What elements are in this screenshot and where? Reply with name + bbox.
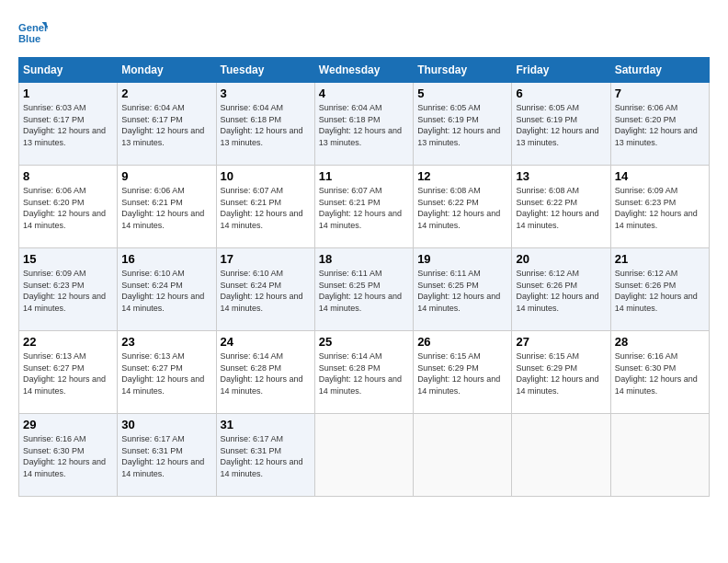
day-number: 14 [615,169,705,183]
day-info: Sunrise: 6:06 AM Sunset: 6:21 PM Dayligh… [121,185,211,231]
calendar-week-4: 22 Sunrise: 6:13 AM Sunset: 6:27 PM Dayl… [19,331,710,414]
logo: General Blue [18,18,48,48]
day-info: Sunrise: 6:09 AM Sunset: 6:23 PM Dayligh… [615,185,705,231]
calendar-cell: 28 Sunrise: 6:16 AM Sunset: 6:30 PM Dayl… [610,331,709,414]
column-header-monday: Monday [118,58,216,83]
day-number: 2 [121,86,211,100]
calendar-week-5: 29 Sunrise: 6:16 AM Sunset: 6:30 PM Dayl… [19,414,710,497]
calendar-cell: 11 Sunrise: 6:07 AM Sunset: 6:21 PM Dayl… [314,166,413,248]
calendar-cell: 14 Sunrise: 6:09 AM Sunset: 6:23 PM Dayl… [610,166,709,248]
column-header-friday: Friday [512,58,610,83]
calendar-cell: 17 Sunrise: 6:10 AM Sunset: 6:24 PM Dayl… [216,248,314,331]
day-number: 16 [121,252,211,266]
day-info: Sunrise: 6:11 AM Sunset: 6:25 PM Dayligh… [417,268,507,314]
calendar-cell: 10 Sunrise: 6:07 AM Sunset: 6:21 PM Dayl… [216,166,314,248]
column-header-sunday: Sunday [19,58,118,83]
column-header-saturday: Saturday [610,58,709,83]
column-header-wednesday: Wednesday [314,58,413,83]
calendar-cell: 8 Sunrise: 6:06 AM Sunset: 6:20 PM Dayli… [19,166,118,248]
day-number: 28 [615,335,705,349]
calendar-cell: 22 Sunrise: 6:13 AM Sunset: 6:27 PM Dayl… [19,331,118,414]
day-number: 27 [516,335,606,349]
day-info: Sunrise: 6:13 AM Sunset: 6:27 PM Dayligh… [121,350,211,396]
column-header-tuesday: Tuesday [216,58,314,83]
day-number: 12 [417,169,507,183]
day-info: Sunrise: 6:12 AM Sunset: 6:26 PM Dayligh… [615,268,705,314]
day-number: 7 [615,86,705,100]
day-info: Sunrise: 6:08 AM Sunset: 6:22 PM Dayligh… [516,185,606,231]
day-info: Sunrise: 6:13 AM Sunset: 6:27 PM Dayligh… [23,350,113,396]
day-number: 18 [319,252,409,266]
day-info: Sunrise: 6:17 AM Sunset: 6:31 PM Dayligh… [221,433,311,479]
calendar-cell: 13 Sunrise: 6:08 AM Sunset: 6:22 PM Dayl… [512,166,610,248]
calendar-cell: 16 Sunrise: 6:10 AM Sunset: 6:24 PM Dayl… [118,248,216,331]
calendar-cell: 5 Sunrise: 6:05 AM Sunset: 6:19 PM Dayli… [414,83,512,166]
day-info: Sunrise: 6:06 AM Sunset: 6:20 PM Dayligh… [23,185,113,231]
day-number: 23 [121,335,211,349]
calendar-cell: 4 Sunrise: 6:04 AM Sunset: 6:18 PM Dayli… [314,83,413,166]
calendar-cell [512,414,610,497]
day-number: 10 [221,169,311,183]
calendar-cell: 30 Sunrise: 6:17 AM Sunset: 6:31 PM Dayl… [118,414,216,497]
day-info: Sunrise: 6:04 AM Sunset: 6:18 PM Dayligh… [319,102,409,148]
day-number: 8 [23,169,113,183]
calendar-cell [314,414,413,497]
day-info: Sunrise: 6:12 AM Sunset: 6:26 PM Dayligh… [516,268,606,314]
day-info: Sunrise: 6:09 AM Sunset: 6:23 PM Dayligh… [23,268,113,314]
day-number: 13 [516,169,606,183]
day-number: 1 [23,86,113,100]
calendar-cell [610,414,709,497]
day-number: 31 [221,418,311,431]
calendar-cell: 19 Sunrise: 6:11 AM Sunset: 6:25 PM Dayl… [414,248,512,331]
calendar-cell: 26 Sunrise: 6:15 AM Sunset: 6:29 PM Dayl… [414,331,512,414]
day-number: 17 [221,252,311,266]
calendar-cell: 27 Sunrise: 6:15 AM Sunset: 6:29 PM Dayl… [512,331,610,414]
calendar-cell: 3 Sunrise: 6:04 AM Sunset: 6:18 PM Dayli… [216,83,314,166]
day-info: Sunrise: 6:15 AM Sunset: 6:29 PM Dayligh… [516,350,606,396]
day-number: 29 [23,418,113,431]
calendar-cell: 15 Sunrise: 6:09 AM Sunset: 6:23 PM Dayl… [19,248,118,331]
day-number: 4 [319,86,409,100]
day-number: 6 [516,86,606,100]
day-number: 11 [319,169,409,183]
day-number: 26 [417,335,507,349]
day-number: 22 [23,335,113,349]
svg-text:General: General [18,22,48,33]
calendar-cell: 29 Sunrise: 6:16 AM Sunset: 6:30 PM Dayl… [19,414,118,497]
day-number: 3 [221,86,311,100]
day-info: Sunrise: 6:15 AM Sunset: 6:29 PM Dayligh… [417,350,507,396]
day-info: Sunrise: 6:06 AM Sunset: 6:20 PM Dayligh… [615,102,705,148]
calendar-cell: 2 Sunrise: 6:04 AM Sunset: 6:17 PM Dayli… [118,83,216,166]
day-info: Sunrise: 6:07 AM Sunset: 6:21 PM Dayligh… [319,185,409,231]
calendar-cell: 20 Sunrise: 6:12 AM Sunset: 6:26 PM Dayl… [512,248,610,331]
day-number: 24 [221,335,311,349]
calendar-week-2: 8 Sunrise: 6:06 AM Sunset: 6:20 PM Dayli… [19,166,710,248]
calendar-cell [414,414,512,497]
day-info: Sunrise: 6:17 AM Sunset: 6:31 PM Dayligh… [121,433,211,479]
day-number: 5 [417,86,507,100]
page-header: General Blue [18,18,710,48]
day-info: Sunrise: 6:08 AM Sunset: 6:22 PM Dayligh… [417,185,507,231]
day-info: Sunrise: 6:04 AM Sunset: 6:18 PM Dayligh… [221,102,311,148]
calendar-cell: 25 Sunrise: 6:14 AM Sunset: 6:28 PM Dayl… [314,331,413,414]
calendar-cell: 31 Sunrise: 6:17 AM Sunset: 6:31 PM Dayl… [216,414,314,497]
calendar-table: SundayMondayTuesdayWednesdayThursdayFrid… [18,57,710,497]
calendar-cell: 21 Sunrise: 6:12 AM Sunset: 6:26 PM Dayl… [610,248,709,331]
svg-text:Blue: Blue [18,33,40,44]
day-number: 30 [121,418,211,431]
day-number: 19 [417,252,507,266]
day-info: Sunrise: 6:14 AM Sunset: 6:28 PM Dayligh… [319,350,409,396]
logo-icon: General Blue [18,18,48,48]
day-info: Sunrise: 6:07 AM Sunset: 6:21 PM Dayligh… [221,185,311,231]
calendar-cell: 6 Sunrise: 6:05 AM Sunset: 6:19 PM Dayli… [512,83,610,166]
day-number: 21 [615,252,705,266]
calendar-header: SundayMondayTuesdayWednesdayThursdayFrid… [19,58,710,83]
column-header-thursday: Thursday [414,58,512,83]
day-number: 25 [319,335,409,349]
calendar-week-3: 15 Sunrise: 6:09 AM Sunset: 6:23 PM Dayl… [19,248,710,331]
day-number: 9 [121,169,211,183]
calendar-cell: 24 Sunrise: 6:14 AM Sunset: 6:28 PM Dayl… [216,331,314,414]
calendar-cell: 23 Sunrise: 6:13 AM Sunset: 6:27 PM Dayl… [118,331,216,414]
calendar-cell: 9 Sunrise: 6:06 AM Sunset: 6:21 PM Dayli… [118,166,216,248]
day-number: 20 [516,252,606,266]
